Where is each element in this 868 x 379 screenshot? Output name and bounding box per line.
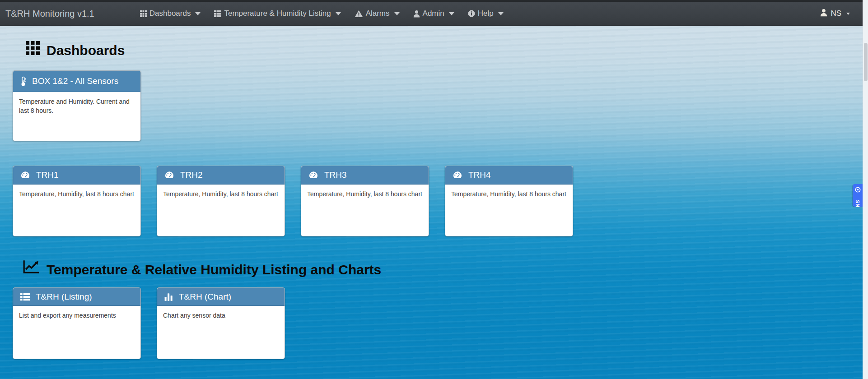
bar-chart-icon (164, 293, 173, 301)
card-description: Temperature, Humidity, last 8 hours char… (301, 185, 429, 204)
nav-label: Dashboards (149, 9, 191, 18)
dashboard-card-trh3[interactable]: TRH3 Temperature, Humidity, last 8 hours… (301, 166, 429, 236)
section-title-text: Dashboards (47, 41, 125, 60)
nav-item-temperature-humidity-listing[interactable]: Temperature & Humidity Listing (207, 2, 347, 25)
gauge-icon (164, 171, 174, 180)
card-header: BOX 1&2 - All Sensors (13, 71, 140, 92)
card-description: Temperature, Humidity, last 8 hours char… (445, 185, 573, 204)
chart-line-icon (23, 259, 40, 280)
th-list-icon (20, 293, 30, 301)
chevron-down-icon (498, 12, 504, 15)
card-header: TRH2 (157, 166, 285, 185)
listing-cards-row: T&RH (Listing) List and export any measu… (13, 287, 868, 359)
card-header: TRH3 (301, 166, 429, 185)
card-description: Temperature and Humidity. Current and la… (13, 92, 140, 120)
navbar: T&RH Monitoring v1.1 Dashboards (0, 0, 868, 26)
card-description: Chart any sensor data (157, 306, 285, 326)
nav-label: Help (478, 9, 494, 18)
ns-side-tab[interactable]: NS (853, 184, 863, 207)
chevron-down-icon (195, 12, 201, 15)
nav-label: Alarms (366, 9, 390, 18)
card-header: T&RH (Listing) (13, 288, 140, 306)
gauge-icon (308, 171, 318, 180)
card-header: TRH4 (445, 166, 573, 185)
chevron-down-icon (394, 12, 400, 15)
card-title: TRH2 (180, 170, 203, 180)
chevron-down-icon (846, 13, 850, 15)
user-icon (820, 9, 827, 19)
scrollbar-thumb[interactable] (864, 43, 868, 81)
nav-item-admin[interactable]: Admin (406, 2, 461, 25)
warning-triangle-icon (355, 10, 363, 18)
nav-label: Admin (423, 9, 444, 18)
nav-item-alarms[interactable]: Alarms (348, 2, 406, 25)
vertical-scrollbar[interactable] (863, 0, 868, 379)
card-description: List and export any measurements (13, 306, 140, 326)
sensor-cards-row: TRH1 Temperature, Humidity, last 8 hours… (13, 166, 868, 236)
th-list-icon (214, 10, 221, 17)
chevron-down-icon (449, 12, 454, 15)
gauge-icon (453, 171, 462, 180)
card-header: T&RH (Chart) (157, 288, 285, 306)
section-title-text: Temperature & Relative Humidity Listing … (47, 260, 381, 280)
dashboards-section-title: Dashboards (26, 41, 868, 60)
user-menu-label: NS (831, 9, 841, 18)
ns-badge-icon (855, 186, 861, 194)
th-grid-icon (140, 10, 147, 17)
nav-item-help[interactable]: Help (461, 2, 510, 25)
card-title: TRH3 (324, 170, 347, 180)
card-description: Temperature, Humidity, last 8 hours char… (157, 185, 285, 204)
listing-section-title: Temperature & Relative Humidity Listing … (23, 259, 868, 280)
card-title: TRH1 (36, 170, 59, 180)
card-header: TRH1 (13, 166, 140, 185)
dashboard-card-trh1[interactable]: TRH1 Temperature, Humidity, last 8 hours… (13, 166, 141, 236)
app-window: T&RH Monitoring v1.1 Dashboards (0, 0, 868, 379)
main-nav: Dashboards Temperature & Humidity Listin… (133, 2, 510, 25)
dashboard-card-trh2[interactable]: TRH2 Temperature, Humidity, last 8 hours… (157, 166, 285, 236)
app-brand[interactable]: T&RH Monitoring v1.1 (5, 9, 94, 19)
info-circle-icon (468, 10, 475, 17)
card-title: TRH4 (468, 170, 491, 180)
main-content: Dashboards BOX 1&2 - (0, 26, 868, 379)
thermometer-icon (20, 76, 26, 87)
gauge-icon (20, 171, 30, 180)
card-trh-chart[interactable]: T&RH (Chart) Chart any sensor data (157, 287, 285, 359)
card-title: T&RH (Chart) (179, 292, 231, 302)
card-title: T&RH (Listing) (36, 292, 92, 302)
user-menu[interactable]: NS (820, 9, 850, 19)
side-tab-label: NS (855, 200, 860, 207)
user-icon (413, 10, 420, 18)
card-title: BOX 1&2 - All Sensors (32, 76, 118, 86)
chevron-down-icon (336, 12, 341, 15)
dashboard-card-trh4[interactable]: TRH4 Temperature, Humidity, last 8 hours… (445, 166, 573, 236)
nav-item-dashboards[interactable]: Dashboards (133, 2, 208, 25)
th-grid-icon (26, 41, 40, 60)
dashboard-card-box-1-2-all-sensors[interactable]: BOX 1&2 - All Sensors Temperature and Hu… (13, 70, 141, 141)
card-description: Temperature, Humidity, last 8 hours char… (13, 185, 140, 204)
card-trh-listing[interactable]: T&RH (Listing) List and export any measu… (13, 287, 141, 359)
nav-label: Temperature & Humidity Listing (224, 9, 331, 18)
